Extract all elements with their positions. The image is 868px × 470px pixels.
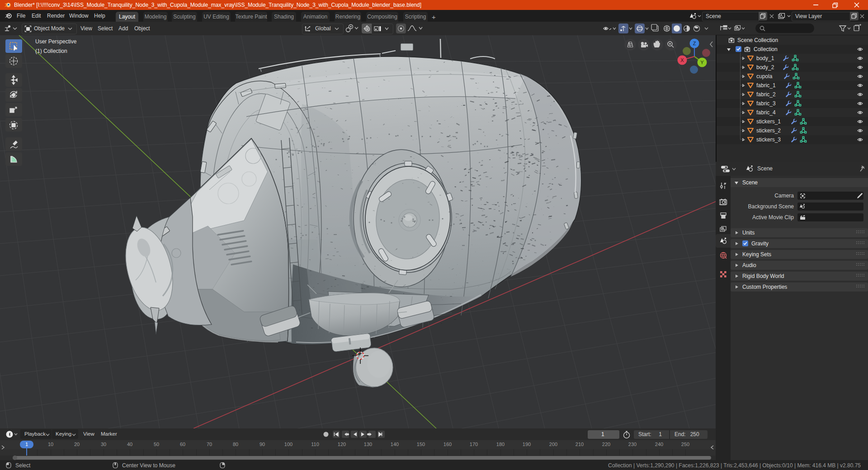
svg-text:Y: Y — [700, 60, 704, 65]
svg-text:Z: Z — [693, 41, 696, 46]
svg-text:X: X — [680, 57, 684, 63]
svg-text:(1) Collection: (1) Collection — [35, 48, 67, 54]
svg-text:User Perspective: User Perspective — [35, 38, 77, 45]
